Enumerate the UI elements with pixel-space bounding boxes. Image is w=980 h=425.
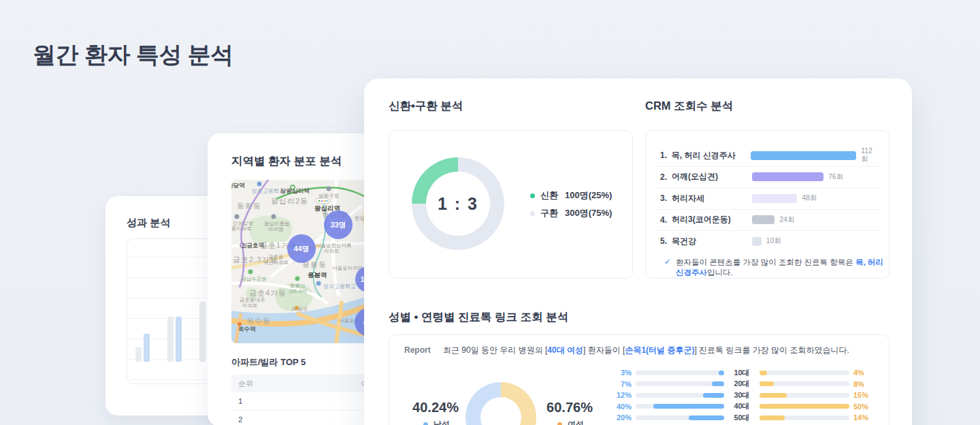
performance-bar (176, 317, 182, 362)
performance-bar (167, 317, 174, 362)
crm-rank-list: 1.목, 허리 신경주사112회2.어깨(오십견)76회3.허리자세48회4.허… (646, 145, 889, 252)
male-percentage: 40.24% (405, 400, 466, 415)
map-label: JC성수 (291, 306, 308, 312)
crm-row: 4.허리3(코어운동)24회 (655, 210, 879, 232)
crm-label: 목건강 (672, 236, 752, 247)
region-card-title: 지역별 환자 분포 분석 (231, 154, 342, 169)
monthly-analysis-card: 신환•구환 분석 1 : 3 신환100명(25%)구환300명(75%) CR… (364, 78, 912, 425)
legend-label: 구환 (540, 207, 558, 219)
age-male-fill (712, 381, 724, 386)
map-label: 동아파트 (231, 226, 252, 232)
age-category-label: 20대 (730, 379, 754, 389)
age-row: 40%40대50% (614, 403, 874, 411)
crm-bar (751, 151, 856, 160)
age-male-value: 12% (614, 391, 632, 399)
crm-label: 허리3(코어운동) (672, 214, 752, 225)
map-label: 금호4가동 (249, 289, 287, 297)
male-legend-dot (423, 422, 428, 425)
age-category-label: 30대 (730, 390, 754, 400)
top5-rank-cell: 2 (231, 415, 279, 424)
crm-views-title: CRM 조회수 분석 (645, 99, 733, 114)
age-male-value: 20% (614, 413, 632, 422)
age-row: 20%50대14% (614, 413, 874, 422)
male-legend: 남성 (423, 419, 450, 425)
age-category-label: 40대 (730, 401, 754, 411)
age-category-label: 10대 (730, 368, 754, 378)
crm-label: 허리자세 (672, 193, 752, 204)
report-highlight-topic: 손목1(터널 증후군) (625, 345, 694, 355)
performance-bar (199, 302, 206, 362)
report-row: Report 최근 90일 동안 우리 병원의 [40대 여성] 환자들이 [손… (404, 345, 849, 356)
top5-rank-cell: 1 (231, 397, 279, 405)
map-label: 벽산아파트 (263, 260, 289, 266)
map-label: 왕십리2동 (271, 198, 308, 205)
gender-age-box: Report 최근 90일 동안 우리 병원의 [40대 여성] 환자들이 [손… (389, 334, 889, 425)
performance-bar (135, 347, 142, 362)
age-male-fill (703, 393, 724, 398)
crm-rank: 2. (660, 172, 672, 182)
map-label: 신당역 (231, 183, 245, 189)
map-label: 금남수공원 (241, 277, 267, 282)
age-female-fill (760, 415, 785, 420)
map-label: 옥수역 (238, 326, 256, 332)
map-label: 아파트 (324, 249, 340, 254)
age-category-label: 50대 (730, 413, 754, 423)
crm-bar (752, 215, 774, 224)
age-male-track (636, 371, 724, 375)
age-male-fill (653, 404, 724, 409)
female-legend-label: 여성 (568, 419, 584, 425)
crm-row: 1.목, 허리 신경주사112회 (655, 145, 879, 167)
dashboard-page: 월간 환자 특성 분석 성과 분석 지역별 환자 분포 분석 (0, 0, 980, 425)
crm-row: 5.목건강10회 (655, 231, 879, 252)
performance-bars (135, 302, 214, 362)
crm-bar (752, 237, 762, 246)
age-female-fill (760, 393, 787, 398)
crm-rank: 3. (660, 193, 672, 203)
age-male-fill (719, 371, 724, 375)
crm-row: 2.어깨(오십견)76회 (655, 167, 879, 189)
legend-item: 구환300명(75%) (530, 208, 612, 218)
patient-count-bubble[interactable]: 44명 (287, 234, 316, 263)
age-row: 12%30대15% (614, 391, 874, 399)
crm-value: 112회 (861, 146, 879, 164)
crm-rank: 5. (660, 236, 672, 246)
map-label: 옥수동 (246, 317, 271, 325)
age-male-track (636, 393, 724, 398)
map-label: 성동고등학교 (252, 189, 284, 194)
age-female-track (760, 393, 849, 398)
crm-bar (752, 194, 797, 203)
crm-row: 3.허리자세48회 (655, 188, 879, 210)
page-title: 월간 환자 특성 분석 (33, 40, 233, 71)
age-female-value: 14% (853, 413, 874, 422)
map-label: 응봉역 (308, 272, 327, 279)
new-returning-legend: 신환100명(25%)구환300명(75%) (530, 191, 612, 226)
new-returning-donut-chart: 1 : 3 (412, 157, 504, 250)
new-returning-box: 1 : 3 신환100명(25%)구환300명(75%) (389, 130, 633, 279)
age-female-track (760, 415, 849, 420)
map-label: 아이원 (268, 227, 284, 232)
map-label: (95.4m) (289, 289, 307, 294)
report-label: Report (404, 345, 443, 356)
crm-views-box: 1.목, 허리 신경주사112회2.어깨(오십견)76회3.허리자세48회4.허… (645, 130, 889, 279)
new-returning-title: 신환•구환 분석 (389, 99, 463, 114)
gender-donut-hole (480, 397, 521, 425)
age-male-value: 7% (614, 380, 632, 388)
age-female-fill (760, 381, 774, 386)
legend-dot (530, 211, 535, 216)
report-highlight-demographic: 40대 여성 (547, 345, 583, 355)
crm-rank: 1. (660, 151, 672, 160)
check-icon: ✓ (664, 257, 671, 266)
age-male-track (636, 415, 724, 420)
legend-label: 신환 (540, 189, 558, 202)
age-male-track (636, 404, 724, 409)
legend-value: 100명(25%) (565, 189, 612, 202)
crm-note-text: 환자들이 콘텐츠를 가장 많이 조회한 진료톡 항목은 목, 허리 신경주사입니… (676, 257, 889, 278)
crm-rank: 4. (660, 215, 672, 225)
age-female-track (760, 371, 849, 375)
map-label: 동화동 (237, 202, 261, 210)
crm-value: 24회 (779, 215, 794, 225)
patient-count-bubble[interactable]: 33명 (324, 210, 353, 239)
legend-dot (530, 193, 535, 198)
age-female-track (760, 381, 849, 386)
age-male-track (636, 381, 724, 386)
